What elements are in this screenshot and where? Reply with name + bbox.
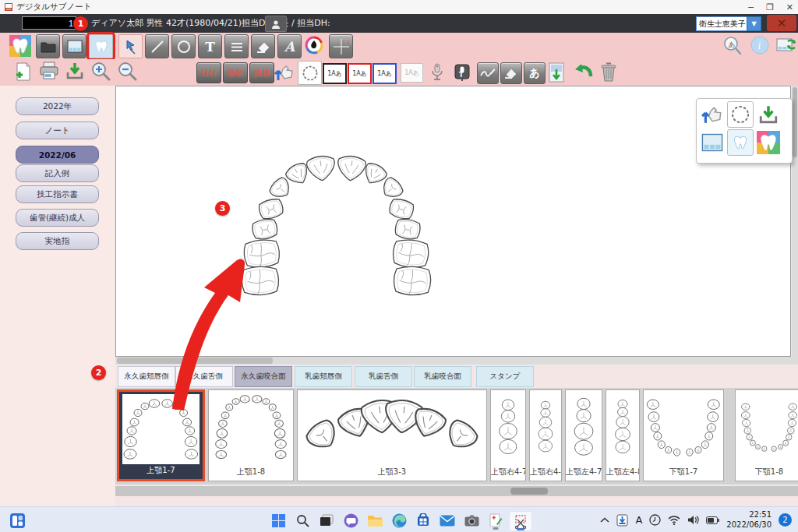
- tray-clock-icon[interactable]: [649, 514, 661, 526]
- widgets-button[interactable]: [8, 511, 26, 530]
- chart-grid-button[interactable]: 1 2: [329, 34, 353, 58]
- start-button[interactable]: [269, 511, 288, 530]
- open-folder-button[interactable]: [36, 34, 60, 58]
- clock-display[interactable]: 22:51 2022/06/30: [726, 510, 772, 530]
- tab-primary-occlusal[interactable]: 乳歯咬合面: [414, 366, 471, 387]
- chat-button[interactable]: [341, 511, 360, 530]
- sidebar-item-note[interactable]: ノート: [16, 122, 99, 139]
- date-stamp-button[interactable]: 日付: [196, 62, 221, 83]
- tray-date: 2022/06/30: [726, 520, 772, 530]
- store-button[interactable]: [414, 511, 433, 530]
- sidebar-item-lab-order[interactable]: 技工指示書: [16, 185, 99, 203]
- tray-update-icon[interactable]: [616, 514, 628, 527]
- stroke-eraser-button[interactable]: [500, 62, 522, 84]
- thumbnail-upper-right-4-8[interactable]: 上顎右4-8: [529, 389, 562, 481]
- thumbnail-lower-1-8[interactable]: 下顎1-8: [735, 389, 798, 481]
- thumbnail-upper-left-4-8[interactable]: 上顎左4-8: [606, 389, 640, 481]
- delete-button[interactable]: [600, 62, 617, 82]
- window-layout-icon: [701, 133, 723, 152]
- thumbnail-upper-3-3[interactable]: 上顎3-3: [297, 389, 487, 481]
- circle-icon: [177, 40, 191, 54]
- edge-browser-button[interactable]: [390, 511, 408, 530]
- highlight-lines-tool-button[interactable]: [224, 34, 249, 58]
- task-view-button[interactable]: [317, 511, 336, 530]
- sidebar-item-example[interactable]: 記入例: [16, 164, 99, 182]
- close-button[interactable]: ✕: [786, 2, 793, 12]
- panel-tooth-stamp-button[interactable]: [727, 129, 754, 156]
- mail-button[interactable]: [438, 511, 457, 530]
- tooth-stamp-tool-button[interactable]: [89, 34, 113, 58]
- sidebar-item-2022-06[interactable]: 2022/06: [16, 146, 99, 164]
- thumbnail-scrollbar[interactable]: [115, 486, 798, 496]
- panel-move-hand-button[interactable]: [699, 101, 726, 128]
- select-cursor-tool-button[interactable]: [118, 34, 143, 58]
- panel-lasso-button[interactable]: [727, 101, 754, 128]
- print-button[interactable]: [39, 62, 59, 80]
- notes-app-button[interactable]: [486, 511, 505, 530]
- line-icon: [150, 40, 164, 54]
- maximize-button[interactable]: ❐: [766, 2, 774, 12]
- sidebar-item-2022[interactable]: 2022年: [16, 97, 99, 115]
- zoom-in-button[interactable]: [90, 62, 111, 82]
- thumbnail-upper-right-4-7[interactable]: 上顎右4-7: [490, 389, 526, 481]
- move-hand-tool-button[interactable]: [274, 63, 295, 82]
- panel-save-button[interactable]: [755, 101, 782, 128]
- app-close-button[interactable]: ✕: [767, 15, 796, 31]
- app-logo-button[interactable]: [9, 35, 31, 57]
- signature-pen-button[interactable]: [477, 62, 499, 84]
- toolbar-main: T A 1 2 あ i: [0, 33, 798, 59]
- staff-select[interactable]: 衛生士恵美子: [696, 16, 750, 31]
- kana-convert-button[interactable]: あ: [524, 62, 546, 84]
- camera-button[interactable]: [462, 511, 481, 530]
- stamp-style-black-button[interactable]: 1Aあ: [323, 63, 347, 84]
- font-style-tool-button[interactable]: A: [277, 34, 302, 58]
- color-picker-button[interactable]: [304, 35, 324, 55]
- tab-primary-buccal[interactable]: 乳歯頬唇側: [295, 366, 352, 387]
- staff-select-arrow[interactable]: ▼: [747, 16, 761, 31]
- battery-icon[interactable]: [706, 516, 719, 524]
- insert-image-button[interactable]: [549, 62, 564, 83]
- layout-window-button[interactable]: [62, 34, 87, 58]
- new-page-button[interactable]: [12, 62, 31, 82]
- page-number-input[interactable]: [22, 16, 76, 30]
- ime-indicator[interactable]: A: [635, 514, 642, 526]
- system-tray: A 22:51 2022/06/30 2: [600, 507, 792, 532]
- canvas-vertical-scrollbar[interactable]: [792, 86, 798, 357]
- search-button[interactable]: [293, 511, 312, 530]
- wifi-icon[interactable]: [668, 516, 680, 525]
- staff-stamp-button[interactable]: 担当: [249, 62, 274, 83]
- voice-to-text-button[interactable]: T: [454, 63, 471, 82]
- sidebar-item-field-guide[interactable]: 実地指: [16, 232, 99, 250]
- undo-button[interactable]: [574, 62, 594, 81]
- save-button[interactable]: [65, 62, 84, 80]
- info-button[interactable]: i: [750, 35, 770, 55]
- sidebar-item-perio-adult[interactable]: 歯管(継続)成人: [16, 209, 99, 227]
- snipping-tool-button[interactable]: [509, 511, 532, 531]
- thumbnail-upper-left-4-7[interactable]: 上顎左4-7: [565, 389, 602, 481]
- voice-input-button[interactable]: [430, 63, 444, 82]
- svg-text:あ: あ: [729, 41, 736, 48]
- tab-stamp[interactable]: スタンプ: [476, 366, 534, 387]
- patient-photo-button[interactable]: [265, 16, 287, 32]
- stamp-style-blue-button[interactable]: 1Aあ: [373, 63, 397, 84]
- notification-badge[interactable]: 2: [779, 513, 792, 527]
- minimize-button[interactable]: ─: [748, 2, 754, 12]
- stamp-style-disabled-button[interactable]: 1Aあ: [401, 63, 423, 83]
- thumbnail-lower-1-7[interactable]: 下顎1-7: [643, 389, 724, 481]
- tab-primary-lingual[interactable]: 乳歯舌側: [355, 366, 412, 387]
- text-tool-button[interactable]: T: [198, 34, 222, 58]
- eraser-tool-button[interactable]: [251, 34, 275, 58]
- text-search-button[interactable]: あ: [722, 35, 743, 56]
- switch-window-button[interactable]: [776, 35, 796, 54]
- lasso-select-tool-button[interactable]: [298, 61, 322, 85]
- line-tool-button[interactable]: [145, 34, 169, 58]
- zoom-out-button[interactable]: [117, 62, 137, 82]
- file-explorer-button[interactable]: [365, 511, 384, 530]
- circle-tool-button[interactable]: [171, 34, 196, 58]
- stamp-style-red-button[interactable]: 1Aあ: [348, 63, 372, 84]
- panel-layout-button[interactable]: [699, 129, 726, 156]
- panel-app-logo-button[interactable]: [755, 129, 782, 156]
- patient-name-stamp-button[interactable]: 患名: [223, 62, 248, 83]
- speaker-icon[interactable]: [687, 515, 699, 525]
- tray-chevron-icon[interactable]: [600, 517, 609, 523]
